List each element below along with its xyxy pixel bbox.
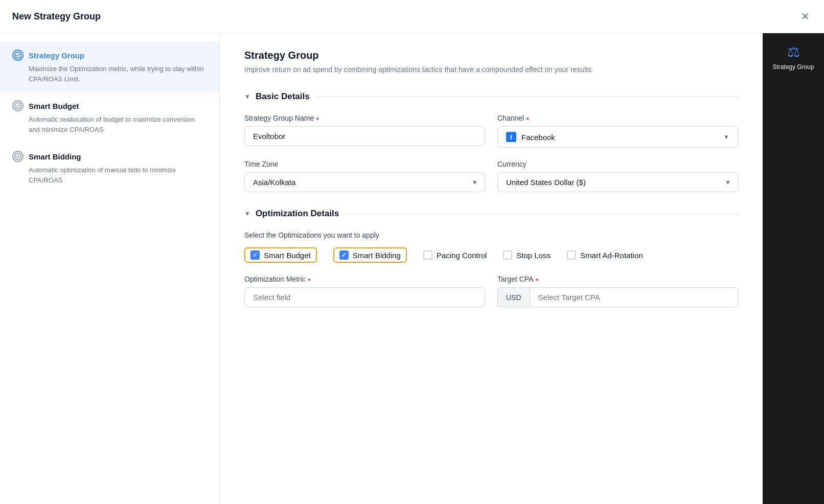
required-indicator-channel: ● [526, 116, 529, 121]
checkbox-smart-bidding-box: ✓ [339, 250, 349, 260]
optimization-metric-field: Optimization Metric ● [244, 275, 485, 307]
strategy-group-name-label: Strategy Group Name ● [244, 114, 485, 122]
balance-icon: ⚖ [787, 43, 800, 60]
checkbox-smart-ad-rotation-box [567, 250, 576, 260]
sidebar: Strategy Group Maximize the Optimization… [0, 33, 220, 504]
main-content: Strategy Group Improve return on ad spen… [220, 33, 763, 504]
basic-details-toggle[interactable]: ▼ [244, 93, 250, 100]
timezone-field: Time Zone Asia/Kolkata ▼ [244, 160, 485, 192]
checkbox-pacing-control[interactable]: Pacing Control [423, 247, 487, 263]
basic-details-row-2: Time Zone Asia/Kolkata ▼ Currency [244, 160, 738, 192]
checkbox-pacing-control-box [423, 250, 432, 260]
strategy-group-name-field: Strategy Group Name ● [244, 114, 485, 148]
page-title: Strategy Group [244, 50, 738, 61]
sidebar-item-smart-bidding-title: Smart Bidding [29, 152, 81, 161]
basic-details-section: ▼ Basic Details Strategy Group Name ● [244, 91, 738, 192]
checkboxes-grid: ✓ Smart Budget ✓ Smart Bidding [244, 247, 738, 263]
checkbox-stop-loss-box [503, 250, 512, 260]
strategy-group-icon [12, 50, 24, 61]
checkbox-stop-loss[interactable]: Stop Loss [503, 247, 551, 263]
target-cpa-input-group: USD [497, 287, 738, 307]
currency-prefix: USD [497, 287, 530, 307]
optimization-details-section: ▼ Optimization Details Select the Optimi… [244, 209, 738, 307]
target-cpa-field-container: Target CPA ● USD [497, 275, 738, 307]
required-indicator-cpa: ● [536, 277, 539, 282]
checkbox-smart-bidding[interactable]: ✓ Smart Bidding [333, 247, 407, 263]
sidebar-item-smart-budget-title: Smart Budget [29, 102, 79, 110]
sidebar-item-strategy-group-title: Strategy Group [29, 51, 84, 60]
checkbox-smart-bidding-label: Smart Bidding [353, 251, 401, 260]
basic-details-divider [315, 97, 738, 97]
page-description: Improve return on ad spend by combining … [244, 64, 738, 75]
optimization-details-toggle[interactable]: ▼ [244, 210, 250, 217]
timezone-select[interactable]: Asia/Kolkata [244, 172, 485, 192]
checkbox-smart-budget[interactable]: ✓ Smart Budget [244, 247, 317, 263]
channel-label: Channel ● [497, 114, 738, 122]
checkbox-smart-budget-check: ✓ [253, 251, 258, 259]
channel-select-left: f Facebook [506, 132, 555, 142]
target-cpa-input[interactable] [530, 287, 738, 307]
facebook-icon: f [506, 132, 516, 142]
checkbox-smart-bidding-check: ✓ [341, 251, 347, 259]
channel-field: Channel ● f Facebook ▼ [497, 114, 738, 148]
checkbox-pacing-control-label: Pacing Control [437, 251, 487, 260]
currency-select-wrapper: United States Dollar ($) ▼ [497, 172, 738, 192]
smart-bidding-icon [12, 151, 24, 162]
sidebar-item-strategy-group[interactable]: Strategy Group Maximize the Optimization… [0, 41, 219, 92]
currency-label: Currency [497, 160, 738, 168]
smart-budget-icon [12, 100, 24, 111]
timezone-select-wrapper: Asia/Kolkata ▼ [244, 172, 485, 192]
checkbox-smart-ad-rotation-label: Smart Ad-Rotation [580, 251, 643, 260]
modal-title: New Strategy Group [12, 11, 101, 22]
sidebar-item-smart-budget-desc: Automatic reallocation of budget to maxi… [12, 114, 207, 134]
sidebar-item-smart-bidding[interactable]: Smart Bidding Automatic optimization of … [0, 143, 219, 193]
close-button[interactable]: ✕ [799, 8, 812, 25]
currency-field: Currency United States Dollar ($) ▼ [497, 160, 738, 192]
checkbox-smart-budget-box: ✓ [250, 250, 260, 260]
basic-details-row-1: Strategy Group Name ● Channel ● f [244, 114, 738, 148]
channel-select[interactable]: f Facebook ▼ [497, 126, 738, 148]
channel-value: Facebook [521, 133, 555, 142]
right-panel: ⚖ Strategy Group [763, 33, 824, 504]
target-cpa-label: Target CPA ● [497, 275, 738, 283]
checkbox-smart-budget-label: Smart Budget [264, 251, 311, 260]
close-icon: ✕ [801, 10, 810, 22]
strategy-group-name-input[interactable] [244, 126, 485, 146]
optimization-details-label: Optimization Details [256, 209, 339, 219]
required-indicator: ● [316, 116, 319, 121]
basic-details-label: Basic Details [256, 91, 310, 102]
select-optimizations-label: Select the Optimizations you want to app… [244, 231, 738, 239]
sidebar-item-strategy-group-desc: Maximize the Optimization metric, while … [12, 64, 207, 84]
currency-select[interactable]: United States Dollar ($) [497, 172, 738, 192]
optimization-details-divider [344, 214, 738, 214]
sidebar-item-smart-budget[interactable]: Smart Budget Automatic reallocation of b… [0, 92, 219, 143]
channel-chevron-icon: ▼ [723, 133, 729, 141]
optimization-metric-input[interactable] [244, 287, 485, 307]
checkbox-smart-ad-rotation[interactable]: Smart Ad-Rotation [567, 247, 643, 263]
right-panel-label: Strategy Group [772, 63, 814, 72]
required-indicator-metric: ● [308, 277, 311, 282]
optimization-metric-label: Optimization Metric ● [244, 275, 485, 283]
optimization-metric-row: Optimization Metric ● Target CPA ● USD [244, 275, 738, 307]
sidebar-item-smart-bidding-desc: Automatic optimization of manual bids to… [12, 165, 207, 185]
checkbox-stop-loss-label: Stop Loss [516, 251, 551, 260]
timezone-label: Time Zone [244, 160, 485, 168]
